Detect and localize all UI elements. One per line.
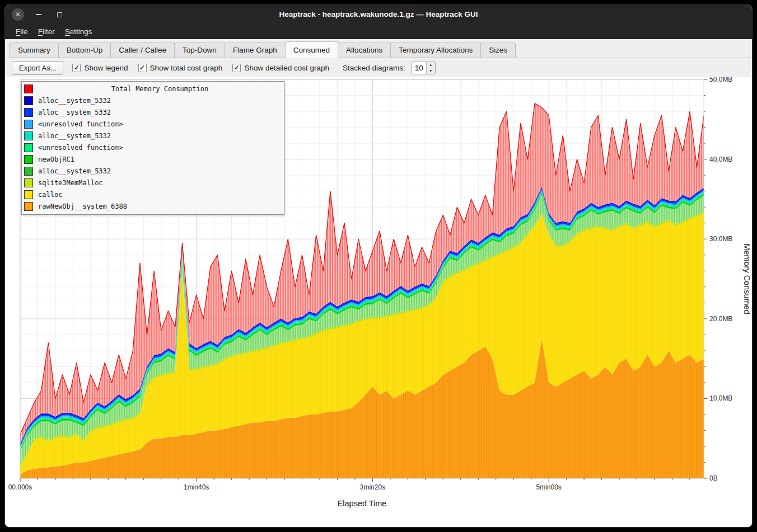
legend-swatch: [24, 120, 33, 129]
x-tick-label: 00.000s: [8, 483, 32, 491]
legend-entry: <unresolved function>: [24, 118, 282, 130]
checkbox-box: ✓: [72, 64, 81, 72]
spinbox-buttons: ▲ ▼: [426, 62, 435, 74]
y-tick-label: 20,0MB: [709, 315, 732, 323]
legend-swatch: [24, 96, 33, 105]
legend-entry: alloc__system_5332: [24, 95, 282, 106]
tab-caller-callee[interactable]: Caller / Callee: [110, 43, 175, 58]
legend-swatch: [24, 190, 33, 199]
legend-entry-label: <unresolved function>: [38, 144, 282, 152]
y-tick-label: 50,0MB: [709, 77, 732, 83]
y-tick-label: 30,0MB: [709, 235, 732, 243]
x-tick-label: 3min20s: [360, 483, 385, 491]
toolbar: Export As... ✓Show legend✓Show total cos…: [5, 58, 752, 77]
legend-entry: rawNewObj__system_6388: [24, 200, 282, 212]
legend-entry-label: newObjRC1: [38, 156, 282, 163]
x-axis-title: Elapsed Time: [338, 499, 387, 508]
checkbox-box: ✓: [138, 64, 147, 72]
window-title: Heaptrack - heaptrack.wakunode.1.gz — He…: [5, 5, 752, 24]
tab-bar: SummaryBottom-UpCaller / CalleeTop-DownF…: [5, 39, 752, 58]
checkbox-label: Show detailed cost graph: [244, 64, 329, 72]
legend-swatch: [24, 84, 33, 93]
tab-summary[interactable]: Summary: [10, 43, 59, 58]
legend-entry: sqlite3MemMalloc: [24, 177, 282, 189]
tab-bottom-up[interactable]: Bottom-Up: [58, 43, 111, 58]
tab-flame-graph[interactable]: Flame Graph: [225, 43, 286, 58]
menu-filter[interactable]: Filter: [33, 26, 60, 37]
legend-entry: alloc__system_5332: [24, 106, 282, 118]
y-tick-label: 40,0MB: [709, 156, 732, 163]
chart-legend: Total Memory Consumptionalloc__system_53…: [21, 81, 284, 215]
legend-entry-label: calloc: [38, 191, 282, 199]
checkbox-show-total-cost-graph[interactable]: ✓Show total cost graph: [138, 64, 223, 72]
legend-entry-label: <unresolved function>: [38, 120, 282, 128]
y-axis-title: Memory Consumed: [742, 243, 751, 314]
legend-entry: alloc__system_5332: [24, 165, 282, 177]
checkbox-box: ✓: [232, 64, 241, 72]
legend-entry-label: sqlite3MemMalloc: [38, 179, 282, 187]
checkbox-label: Show total cost graph: [150, 64, 223, 72]
legend-title: Total Memory Consumption: [38, 85, 282, 93]
screen: ✕ Heaptrack - heaptrack.wakunode.1.gz — …: [0, 0, 757, 532]
checkbox-show-detailed-cost-graph[interactable]: ✓Show detailed cost graph: [232, 64, 329, 72]
legend-entry: alloc__system_5332: [24, 130, 282, 142]
menu-file[interactable]: File: [11, 26, 33, 37]
chart-area: 00.000s1min40s3min20s5min00s0B10,0MB20,0…: [5, 77, 752, 527]
legend-swatch: [24, 178, 33, 187]
checkbox-show-legend[interactable]: ✓Show legend: [72, 64, 128, 72]
tab-sizes[interactable]: Sizes: [480, 43, 516, 58]
toolbar-checkboxes: ✓Show legend✓Show total cost graph✓Show …: [72, 64, 329, 72]
legend-swatch: [24, 167, 33, 176]
titlebar[interactable]: ✕ Heaptrack - heaptrack.wakunode.1.gz — …: [5, 5, 752, 24]
legend-swatch: [24, 108, 33, 117]
legend-entry: <unresolved function>: [24, 142, 282, 153]
x-tick-label: 1min40s: [184, 483, 209, 491]
legend-entry-label: alloc__system_5332: [38, 109, 282, 116]
tab-top-down[interactable]: Top-Down: [174, 43, 225, 58]
legend-title-row: Total Memory Consumption: [24, 83, 282, 95]
legend-entry: newObjRC1: [24, 153, 282, 165]
tab-consumed[interactable]: Consumed: [285, 41, 338, 58]
legend-entry-label: alloc__system_5332: [38, 97, 282, 105]
tab-temporary-allocations[interactable]: Temporary Allocations: [390, 43, 481, 58]
y-tick-label: 0B: [709, 474, 718, 482]
stacked-diagrams-label: Stacked diagrams:: [343, 64, 405, 72]
menu-settings[interactable]: Settings: [60, 26, 97, 37]
stacked-diagrams-value: 10: [412, 62, 426, 74]
legend-entry-label: alloc__system_5332: [38, 132, 282, 140]
menubar: FileFilterSettings: [5, 24, 752, 39]
checkbox-label: Show legend: [84, 64, 128, 72]
y-tick-label: 10,0MB: [709, 394, 732, 402]
heaptrack-window: ✕ Heaptrack - heaptrack.wakunode.1.gz — …: [4, 4, 753, 528]
legend-entry: calloc: [24, 189, 282, 200]
legend-swatch: [24, 143, 33, 152]
legend-entry-label: alloc__system_5332: [38, 167, 282, 175]
tab-allocations[interactable]: Allocations: [338, 43, 391, 58]
spin-up-button[interactable]: ▲: [427, 62, 435, 68]
legend-entry-label: rawNewObj__system_6388: [38, 203, 282, 210]
x-tick-label: 5min00s: [536, 483, 562, 491]
legend-swatch: [24, 202, 33, 211]
export-as-button[interactable]: Export As...: [12, 61, 63, 75]
spin-down-button[interactable]: ▼: [427, 68, 435, 74]
stacked-diagrams-spinbox[interactable]: 10 ▲ ▼: [411, 62, 436, 74]
legend-swatch: [24, 131, 33, 140]
legend-swatch: [24, 155, 33, 164]
